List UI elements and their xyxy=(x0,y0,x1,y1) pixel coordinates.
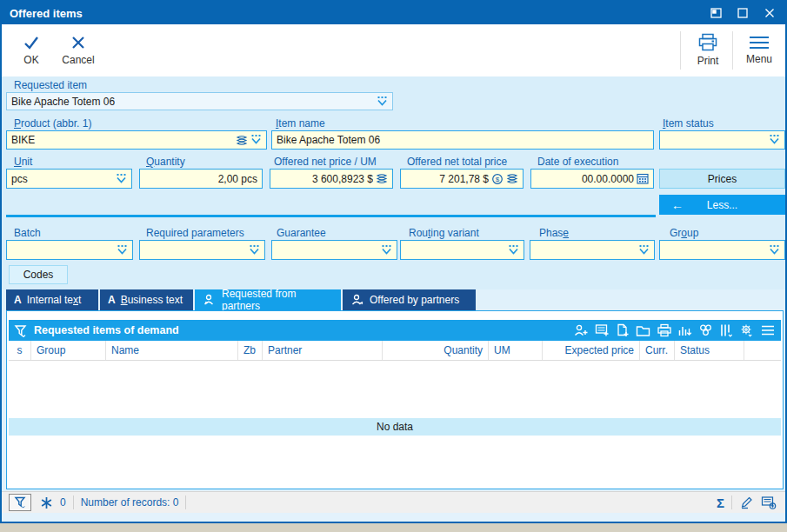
table-caption: Requested items of demand xyxy=(34,324,568,336)
requested-item-field[interactable]: Bike Apache Totem 06 xyxy=(6,92,393,110)
column-header-um[interactable]: UM xyxy=(489,341,543,360)
menu-button[interactable]: Menu xyxy=(737,29,782,70)
chevron-down-icon[interactable] xyxy=(381,245,392,256)
prices-button[interactable]: Prices xyxy=(659,169,785,189)
column-header-quantity[interactable]: Quantity xyxy=(383,341,489,360)
group-label: Group xyxy=(670,227,698,239)
quantity-field[interactable]: 2,00 pcs xyxy=(139,169,263,189)
stack-icon[interactable] xyxy=(376,173,388,184)
dock-window-button[interactable] xyxy=(709,6,723,20)
cancel-label: Cancel xyxy=(62,54,94,66)
column-header-zb[interactable]: Zb xyxy=(238,341,263,360)
item-name-field[interactable]: Bike Apache Totem 06 xyxy=(271,130,654,150)
no-data-banner: No data xyxy=(9,418,781,436)
close-icon xyxy=(764,8,775,18)
table-toolbar xyxy=(574,323,776,337)
column-header-partner[interactable]: Partner xyxy=(263,341,383,360)
text-a-icon: A xyxy=(14,294,22,306)
tab-label: Requested from partners xyxy=(222,288,333,312)
title-bar[interactable]: Offered items xyxy=(2,2,785,24)
date-of-execution-label: Date of execution xyxy=(537,156,618,168)
stack-icon[interactable] xyxy=(236,135,248,146)
offered-net-total-price-label: Offered net total price xyxy=(407,156,507,168)
offered-net-price-label: Offered net price / UM xyxy=(274,156,377,168)
tab-zone: A Internal text A Business text Requeste… xyxy=(2,289,785,491)
chevron-down-icon[interactable] xyxy=(249,245,260,256)
requested-item-value: Bike Apache Totem 06 xyxy=(11,96,374,108)
offered-net-price-field[interactable]: 3 600,8923 $ xyxy=(270,169,393,189)
group-field[interactable] xyxy=(659,240,785,260)
related-items-icon[interactable] xyxy=(698,323,713,337)
column-header-expected-price[interactable]: Expected price xyxy=(543,341,640,360)
less-button[interactable]: ← Less... xyxy=(659,195,785,215)
offered-net-total-price-field[interactable]: 7 201,78 $ $ xyxy=(400,169,524,189)
chevron-down-icon[interactable] xyxy=(769,245,780,256)
ok-button[interactable]: OK xyxy=(9,29,54,70)
guarantee-field[interactable] xyxy=(271,240,397,260)
tab-business-text[interactable]: A Business text xyxy=(100,289,193,310)
phase-field[interactable] xyxy=(530,240,655,260)
column-header-status[interactable]: Status xyxy=(675,341,744,360)
item-name-value: Bike Apache Totem 06 xyxy=(277,134,649,146)
close-button[interactable] xyxy=(763,6,777,20)
chevron-down-icon[interactable] xyxy=(638,245,650,256)
chevron-down-icon[interactable] xyxy=(508,245,519,256)
phase-label: Phase xyxy=(539,227,569,239)
asterisk-icon[interactable] xyxy=(40,496,53,509)
print-button[interactable]: Print xyxy=(685,29,730,70)
cancel-button[interactable]: Cancel xyxy=(56,29,101,70)
batch-field[interactable] xyxy=(6,240,133,260)
chevron-down-icon[interactable] xyxy=(117,245,128,256)
menu-icon[interactable] xyxy=(760,324,776,336)
item-status-field[interactable] xyxy=(659,130,785,150)
unit-value: pcs xyxy=(11,173,113,185)
filter-icon[interactable] xyxy=(14,324,28,337)
add-form-icon[interactable] xyxy=(761,495,777,509)
routing-variant-field[interactable] xyxy=(400,240,524,260)
tab-offered-by-partners[interactable]: Offered by partners xyxy=(343,289,476,310)
column-header-curr[interactable]: Curr. xyxy=(640,341,675,360)
maximize-button[interactable] xyxy=(736,6,750,20)
add-from-form-icon[interactable] xyxy=(595,323,610,337)
item-form: Requested item Bike Apache Totem 06 Prod… xyxy=(2,76,785,291)
settings-icon[interactable] xyxy=(739,323,754,337)
add-document-icon[interactable] xyxy=(616,323,630,337)
offered-net-price-value: 3 600,8923 $ xyxy=(275,173,373,185)
required-parameters-field[interactable] xyxy=(139,240,265,260)
add-partner-icon[interactable] xyxy=(574,323,589,337)
chevron-down-icon[interactable] xyxy=(769,135,780,145)
person-arrow-left-icon xyxy=(203,294,217,306)
tab-internal-text[interactable]: A Internal text xyxy=(6,289,98,310)
arrow-left-icon: ← xyxy=(671,198,684,212)
section-divider xyxy=(6,215,656,217)
unit-label: Unit xyxy=(14,156,32,168)
column-header-s[interactable]: s xyxy=(9,341,31,360)
product-field[interactable]: BIKE xyxy=(6,130,267,150)
asterisk-count: 0 xyxy=(60,496,66,509)
sum-icon[interactable]: Σ xyxy=(717,495,724,510)
toolbar-separator xyxy=(680,31,681,70)
column-header-group[interactable]: Group xyxy=(31,341,106,360)
chevron-down-icon[interactable] xyxy=(250,135,262,145)
recalculate-icon[interactable]: $ xyxy=(491,173,504,185)
tab-requested-from-partners[interactable]: Requested from partners xyxy=(195,289,341,310)
chevron-down-icon[interactable] xyxy=(116,174,127,184)
chevron-down-icon[interactable] xyxy=(377,96,388,107)
export-chart-icon[interactable] xyxy=(677,323,692,337)
column-header-name[interactable]: Name xyxy=(106,341,238,360)
filter-toggle-button[interactable] xyxy=(9,494,31,511)
print-icon[interactable] xyxy=(657,323,671,337)
calendar-icon[interactable] xyxy=(637,173,649,184)
codes-button[interactable]: Codes xyxy=(9,265,68,284)
stack-icon[interactable] xyxy=(506,173,518,184)
check-icon xyxy=(21,34,42,51)
date-of-execution-field[interactable]: 00.00.0000 xyxy=(530,169,654,189)
unit-field[interactable]: pcs xyxy=(6,169,132,189)
columns-icon[interactable] xyxy=(719,323,733,337)
main-toolbar: OK Cancel Print Menu xyxy=(2,24,785,77)
table-caption-bar: Requested items of demand xyxy=(9,320,781,341)
tab-label: Business text xyxy=(121,294,183,306)
edit-pencil-icon[interactable] xyxy=(739,495,754,509)
svg-text:$: $ xyxy=(496,176,500,183)
folder-icon[interactable] xyxy=(636,324,650,337)
